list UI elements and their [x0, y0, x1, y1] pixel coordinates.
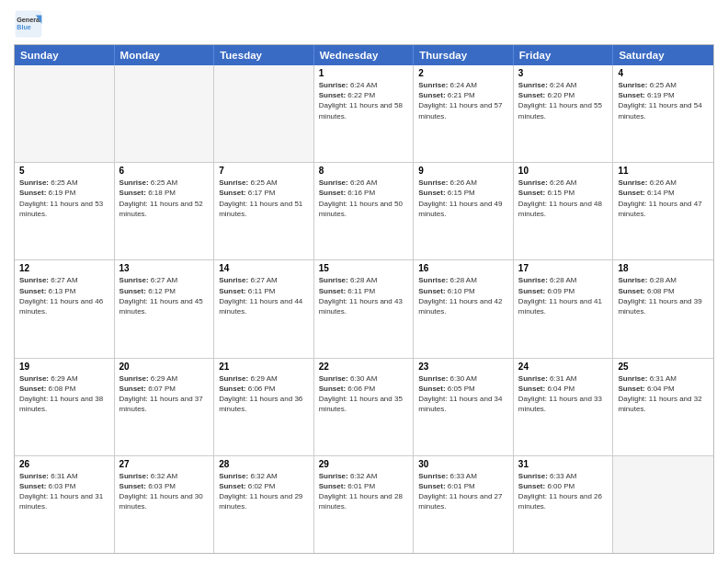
- day-cell: 27Sunrise: 6:32 AMSunset: 6:03 PMDayligh…: [115, 456, 215, 553]
- day-info: Sunrise: 6:32 AMSunset: 6:02 PMDaylight:…: [219, 471, 309, 512]
- day-number: 22: [319, 362, 409, 372]
- day-cell: 18Sunrise: 6:28 AMSunset: 6:08 PMDayligh…: [613, 260, 713, 357]
- day-header-tuesday: Tuesday: [214, 45, 314, 65]
- day-info: Sunrise: 6:25 AMSunset: 6:19 PMDaylight:…: [19, 178, 109, 219]
- week-row-2: 5Sunrise: 6:25 AMSunset: 6:19 PMDaylight…: [15, 162, 713, 259]
- day-header-monday: Monday: [115, 45, 215, 65]
- day-number: 26: [19, 459, 109, 469]
- day-info: Sunrise: 6:30 AMSunset: 6:06 PMDaylight:…: [319, 373, 409, 415]
- calendar: SundayMondayTuesdayWednesdayThursdayFrid…: [14, 44, 714, 554]
- day-cell: 11Sunrise: 6:26 AMSunset: 6:14 PMDayligh…: [613, 163, 713, 259]
- day-info: Sunrise: 6:29 AMSunset: 6:06 PMDaylight:…: [219, 373, 309, 415]
- day-cell: 6Sunrise: 6:25 AMSunset: 6:18 PMDaylight…: [115, 163, 215, 259]
- day-cell: 21Sunrise: 6:29 AMSunset: 6:06 PMDayligh…: [214, 359, 314, 455]
- day-cell: 17Sunrise: 6:28 AMSunset: 6:09 PMDayligh…: [514, 260, 614, 357]
- day-number: 19: [19, 362, 109, 372]
- day-info: Sunrise: 6:26 AMSunset: 6:14 PMDaylight:…: [618, 178, 709, 219]
- day-number: 6: [119, 166, 210, 176]
- day-info: Sunrise: 6:26 AMSunset: 6:16 PMDaylight:…: [319, 178, 409, 219]
- day-info: Sunrise: 6:29 AMSunset: 6:07 PMDaylight:…: [119, 373, 210, 415]
- day-info: Sunrise: 6:33 AMSunset: 6:01 PMDaylight:…: [418, 471, 508, 512]
- day-cell: 16Sunrise: 6:28 AMSunset: 6:10 PMDayligh…: [414, 260, 514, 357]
- day-info: Sunrise: 6:28 AMSunset: 6:08 PMDaylight:…: [618, 275, 709, 316]
- day-number: 7: [219, 166, 309, 176]
- weeks: 1Sunrise: 6:24 AMSunset: 6:22 PMDaylight…: [15, 65, 713, 553]
- day-cell: 8Sunrise: 6:26 AMSunset: 6:16 PMDaylight…: [314, 163, 415, 259]
- header: General Blue: [14, 9, 714, 39]
- day-number: 13: [119, 263, 210, 273]
- day-info: Sunrise: 6:27 AMSunset: 6:11 PMDaylight:…: [219, 275, 309, 316]
- day-info: Sunrise: 6:25 AMSunset: 6:19 PMDaylight:…: [618, 80, 709, 121]
- week-row-3: 12Sunrise: 6:27 AMSunset: 6:13 PMDayligh…: [15, 259, 713, 357]
- day-number: 15: [319, 263, 409, 273]
- day-number: 10: [518, 166, 609, 176]
- day-cell: [214, 65, 314, 162]
- day-number: 29: [319, 459, 409, 469]
- day-header-thursday: Thursday: [414, 45, 514, 65]
- day-info: Sunrise: 6:32 AMSunset: 6:03 PMDaylight:…: [119, 471, 210, 512]
- day-header-sunday: Sunday: [15, 45, 115, 65]
- day-cell: 13Sunrise: 6:27 AMSunset: 6:12 PMDayligh…: [115, 260, 215, 357]
- day-number: 28: [219, 459, 309, 469]
- day-cell: 24Sunrise: 6:31 AMSunset: 6:04 PMDayligh…: [514, 359, 614, 455]
- day-info: Sunrise: 6:30 AMSunset: 6:05 PMDaylight:…: [418, 373, 508, 415]
- day-cell: 10Sunrise: 6:26 AMSunset: 6:15 PMDayligh…: [514, 163, 614, 259]
- day-cell: 1Sunrise: 6:24 AMSunset: 6:22 PMDaylight…: [314, 65, 415, 162]
- day-number: 30: [418, 459, 508, 469]
- day-number: 25: [618, 362, 709, 372]
- day-cell: 19Sunrise: 6:29 AMSunset: 6:08 PMDayligh…: [15, 359, 115, 455]
- day-number: 12: [19, 263, 109, 273]
- day-info: Sunrise: 6:31 AMSunset: 6:04 PMDaylight:…: [518, 373, 609, 415]
- day-info: Sunrise: 6:33 AMSunset: 6:00 PMDaylight:…: [518, 471, 609, 512]
- day-number: 21: [219, 362, 309, 372]
- day-number: 4: [618, 68, 709, 78]
- page: General Blue SundayMondayTuesdayWednesda…: [0, 0, 728, 563]
- day-cell: 2Sunrise: 6:24 AMSunset: 6:21 PMDaylight…: [414, 65, 514, 162]
- day-cell: 9Sunrise: 6:26 AMSunset: 6:15 PMDaylight…: [414, 163, 514, 259]
- day-info: Sunrise: 6:27 AMSunset: 6:13 PMDaylight:…: [19, 275, 109, 316]
- day-info: Sunrise: 6:31 AMSunset: 6:04 PMDaylight:…: [618, 373, 709, 415]
- day-number: 2: [418, 68, 508, 78]
- day-headers: SundayMondayTuesdayWednesdayThursdayFrid…: [15, 45, 713, 65]
- day-number: 1: [319, 68, 409, 78]
- day-info: Sunrise: 6:27 AMSunset: 6:12 PMDaylight:…: [119, 275, 210, 316]
- day-number: 5: [19, 166, 109, 176]
- day-number: 16: [418, 263, 508, 273]
- day-cell: 15Sunrise: 6:28 AMSunset: 6:11 PMDayligh…: [314, 260, 415, 357]
- day-cell: [613, 456, 713, 553]
- day-number: 20: [119, 362, 210, 372]
- day-info: Sunrise: 6:25 AMSunset: 6:18 PMDaylight:…: [119, 178, 210, 219]
- day-header-saturday: Saturday: [613, 45, 713, 65]
- day-info: Sunrise: 6:25 AMSunset: 6:17 PMDaylight:…: [219, 178, 309, 219]
- day-info: Sunrise: 6:28 AMSunset: 6:11 PMDaylight:…: [319, 275, 409, 316]
- week-row-4: 19Sunrise: 6:29 AMSunset: 6:08 PMDayligh…: [15, 358, 713, 455]
- day-info: Sunrise: 6:26 AMSunset: 6:15 PMDaylight:…: [518, 178, 609, 219]
- day-number: 17: [518, 263, 609, 273]
- day-cell: 22Sunrise: 6:30 AMSunset: 6:06 PMDayligh…: [314, 359, 415, 455]
- day-header-wednesday: Wednesday: [314, 45, 415, 65]
- day-info: Sunrise: 6:29 AMSunset: 6:08 PMDaylight:…: [19, 373, 109, 415]
- day-cell: 30Sunrise: 6:33 AMSunset: 6:01 PMDayligh…: [414, 456, 514, 553]
- day-info: Sunrise: 6:32 AMSunset: 6:01 PMDaylight:…: [319, 471, 409, 512]
- day-cell: 20Sunrise: 6:29 AMSunset: 6:07 PMDayligh…: [115, 359, 215, 455]
- day-cell: 26Sunrise: 6:31 AMSunset: 6:03 PMDayligh…: [15, 456, 115, 553]
- week-row-5: 26Sunrise: 6:31 AMSunset: 6:03 PMDayligh…: [15, 455, 713, 553]
- day-cell: 28Sunrise: 6:32 AMSunset: 6:02 PMDayligh…: [214, 456, 314, 553]
- day-number: 3: [518, 68, 609, 78]
- day-cell: [115, 65, 215, 162]
- day-cell: 3Sunrise: 6:24 AMSunset: 6:20 PMDaylight…: [514, 65, 614, 162]
- day-info: Sunrise: 6:24 AMSunset: 6:21 PMDaylight:…: [418, 80, 508, 121]
- day-cell: [15, 65, 115, 162]
- day-number: 24: [518, 362, 609, 372]
- day-cell: 25Sunrise: 6:31 AMSunset: 6:04 PMDayligh…: [613, 359, 713, 455]
- day-number: 27: [119, 459, 210, 469]
- day-cell: 7Sunrise: 6:25 AMSunset: 6:17 PMDaylight…: [214, 163, 314, 259]
- svg-text:Blue: Blue: [17, 23, 31, 31]
- day-cell: 31Sunrise: 6:33 AMSunset: 6:00 PMDayligh…: [514, 456, 614, 553]
- day-info: Sunrise: 6:24 AMSunset: 6:20 PMDaylight:…: [518, 80, 609, 121]
- day-info: Sunrise: 6:24 AMSunset: 6:22 PMDaylight:…: [319, 80, 409, 121]
- logo: General Blue: [14, 9, 43, 39]
- day-cell: 14Sunrise: 6:27 AMSunset: 6:11 PMDayligh…: [214, 260, 314, 357]
- day-number: 31: [518, 459, 609, 469]
- day-info: Sunrise: 6:26 AMSunset: 6:15 PMDaylight:…: [418, 178, 508, 219]
